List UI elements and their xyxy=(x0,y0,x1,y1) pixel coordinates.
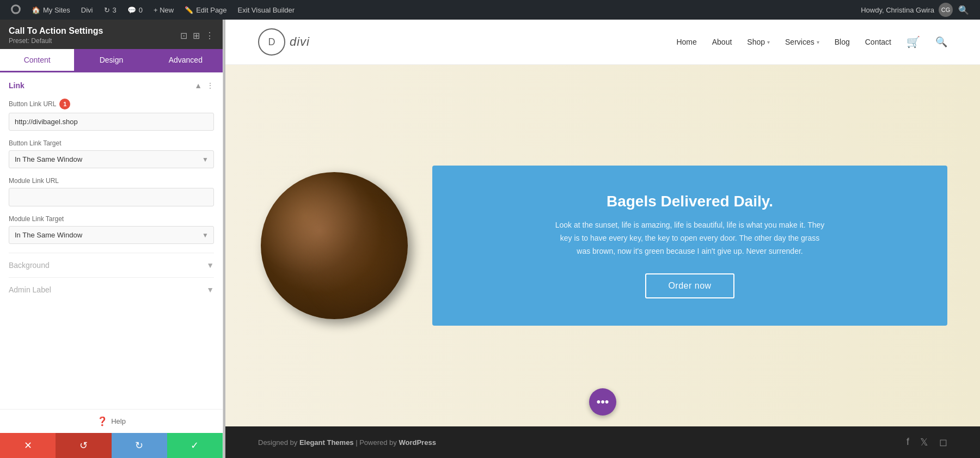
panel-tabs: Content Design Advanced xyxy=(0,49,223,72)
tab-advanced[interactable]: Advanced xyxy=(149,49,223,72)
home-icon: 🏠 xyxy=(32,6,40,14)
footer-social: f 𝕏 ◻ xyxy=(906,436,947,448)
panel-preset: Preset: Default xyxy=(9,36,103,45)
logo-circle: D xyxy=(258,28,285,56)
admin-search-icon[interactable]: 🔍 xyxy=(953,5,975,15)
section-more-icon[interactable]: ⋮ xyxy=(206,81,214,90)
module-link-target-select[interactable]: In The Same Window In A New Window xyxy=(9,226,214,244)
divi-button[interactable]: Divi xyxy=(76,0,99,20)
help-label: Help xyxy=(111,417,126,425)
help-icon: ❓ xyxy=(97,416,108,426)
section-icons: ▲ ⋮ xyxy=(194,81,214,90)
nav-services[interactable]: Services ▾ xyxy=(785,38,819,46)
panel-actions: ✕ ↺ ↻ ✓ xyxy=(0,433,223,458)
expand-icon[interactable]: ⊞ xyxy=(193,30,200,41)
comments-button[interactable]: 💬 0 xyxy=(122,0,148,20)
background-collapse-icon: ▼ xyxy=(206,261,214,270)
section-title: Link xyxy=(9,81,24,90)
hero-section: Bagels Delivered Daily. Look at the suns… xyxy=(225,65,980,426)
shop-dropdown-icon: ▾ xyxy=(767,39,770,45)
panel-title: Call To Action Settings xyxy=(9,26,103,36)
main-layout: Call To Action Settings Preset: Default … xyxy=(0,20,980,458)
bagel-image xyxy=(261,172,408,319)
nav-home[interactable]: Home xyxy=(676,38,696,46)
button-link-target-wrapper: In The Same Window In A New Window ▼ xyxy=(9,150,214,168)
undo-icon: ↺ xyxy=(79,439,88,451)
badge-1: 1 xyxy=(59,99,70,109)
background-section-title: Background xyxy=(9,261,50,270)
tab-content[interactable]: Content xyxy=(0,49,74,72)
footer-text: Designed by Elegant Themes | Powered by … xyxy=(258,438,436,447)
wp-logo-button[interactable] xyxy=(5,0,26,20)
facebook-icon[interactable]: f xyxy=(906,436,909,448)
background-section-header[interactable]: Background ▼ xyxy=(9,261,214,270)
floating-action-button[interactable]: ••• xyxy=(589,388,616,416)
cancel-button[interactable]: ✕ xyxy=(0,433,56,458)
admin-bar: 🏠 My Sites Divi ↻ 3 💬 0 + New ✏️ Edit Pa… xyxy=(0,0,980,20)
site-nav: Home About Shop ▾ Services ▾ Blog Contac xyxy=(676,35,947,48)
settings-panel: Call To Action Settings Preset: Default … xyxy=(0,20,223,458)
save-icon: ✓ xyxy=(191,439,199,451)
user-info: Howdy, Christina Gwira CG xyxy=(861,3,953,17)
edit-page-button[interactable]: ✏️ Edit Page xyxy=(179,0,232,20)
button-link-target-select[interactable]: In The Same Window In A New Window xyxy=(9,150,214,168)
cta-title: Bagels Delivered Daily. xyxy=(607,193,773,210)
module-link-url-input[interactable] xyxy=(9,188,214,206)
button-link-url-input[interactable] xyxy=(9,113,214,131)
module-link-url-label: Module Link URL xyxy=(9,177,214,185)
services-dropdown-icon: ▾ xyxy=(817,39,819,45)
revisions-button[interactable]: ↻ 3 xyxy=(99,0,122,20)
section-header: Link ▲ ⋮ xyxy=(9,81,214,90)
comments-icon: 💬 xyxy=(127,6,136,14)
cancel-icon: ✕ xyxy=(24,439,32,451)
exit-builder-button[interactable]: Exit Visual Builder xyxy=(232,0,301,20)
panel-title-area: Call To Action Settings Preset: Default xyxy=(9,26,103,45)
revisions-icon: ↻ xyxy=(104,6,110,14)
panel-header: Call To Action Settings Preset: Default … xyxy=(0,20,223,49)
background-section: Background ▼ xyxy=(9,253,214,277)
redo-icon: ↻ xyxy=(135,439,143,451)
floating-dots-icon: ••• xyxy=(596,395,609,409)
redo-button[interactable]: ↻ xyxy=(112,433,167,458)
admin-label-section-header[interactable]: Admin Label ▼ xyxy=(9,285,214,294)
site-footer: Designed by Elegant Themes | Powered by … xyxy=(225,426,980,458)
bagel-texture xyxy=(261,172,408,319)
panel-header-icons: ⊡ ⊞ ⋮ xyxy=(180,30,214,41)
twitter-icon[interactable]: 𝕏 xyxy=(920,436,928,448)
collapse-section-icon[interactable]: ▲ xyxy=(194,81,202,90)
nav-shop[interactable]: Shop ▾ xyxy=(747,38,770,46)
minimize-icon[interactable]: ⊡ xyxy=(180,30,187,41)
avatar[interactable]: CG xyxy=(939,3,953,17)
cta-order-button[interactable]: Order now xyxy=(645,273,734,298)
pencil-icon: ✏️ xyxy=(185,6,193,14)
site-logo: D divi xyxy=(258,28,310,56)
nav-about[interactable]: About xyxy=(712,38,732,46)
help-button[interactable]: ❓ Help xyxy=(0,409,223,433)
new-content-button[interactable]: + New xyxy=(148,0,179,20)
admin-label-section-title: Admin Label xyxy=(9,285,51,294)
nav-contact[interactable]: Contact xyxy=(865,38,891,46)
preview-area: D divi Home About Shop ▾ Services ▾ xyxy=(225,20,980,458)
instagram-icon[interactable]: ◻ xyxy=(939,436,947,448)
site-header: D divi Home About Shop ▾ Services ▾ xyxy=(225,20,980,65)
admin-label-section: Admin Label ▼ xyxy=(9,277,214,302)
wp-icon xyxy=(11,4,21,16)
save-button[interactable]: ✓ xyxy=(167,433,223,458)
button-link-target-label: Button Link Target xyxy=(9,139,214,147)
hero-image xyxy=(258,169,411,322)
preset-label[interactable]: Preset: Default xyxy=(9,37,52,45)
panel-content: Link ▲ ⋮ Button Link URL 1 Button Link T… xyxy=(0,72,223,409)
nav-blog[interactable]: Blog xyxy=(835,38,850,46)
nav-search-icon[interactable]: 🔍 xyxy=(935,36,947,48)
module-link-target-label: Module Link Target xyxy=(9,215,214,223)
module-link-target-wrapper: In The Same Window In A New Window ▼ xyxy=(9,226,214,244)
more-options-icon[interactable]: ⋮ xyxy=(205,30,214,41)
tab-design[interactable]: Design xyxy=(74,49,148,72)
cta-box: Bagels Delivered Daily. Look at the suns… xyxy=(432,166,947,325)
my-sites-button[interactable]: 🏠 My Sites xyxy=(26,0,76,20)
cta-body-text: Look at the sunset, life is amazing, lif… xyxy=(554,219,826,258)
admin-label-collapse-icon: ▼ xyxy=(206,285,214,294)
button-link-url-label: Button Link URL 1 xyxy=(9,99,214,109)
undo-button[interactable]: ↺ xyxy=(56,433,111,458)
nav-cart-icon[interactable]: 🛒 xyxy=(906,35,920,48)
